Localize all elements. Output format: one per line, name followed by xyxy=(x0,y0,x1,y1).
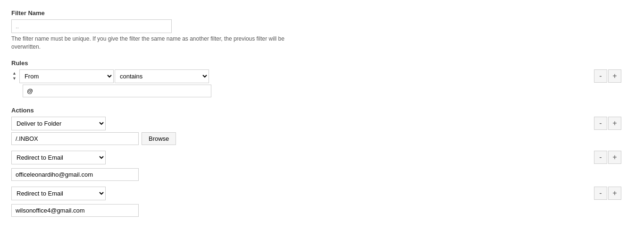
action-3-email-input[interactable] xyxy=(11,204,139,217)
arrow-down-btn[interactable]: ▼ xyxy=(11,76,17,81)
actions-label: Actions xyxy=(11,107,633,114)
rule-condition-select[interactable]: contains does not contain is is not begi… xyxy=(115,69,209,83)
arrow-up-btn[interactable]: ▲ xyxy=(11,71,17,76)
action-1-pm-group: - + xyxy=(594,117,621,130)
rule-value-input[interactable] xyxy=(23,85,211,97)
action-2-plus-btn[interactable]: + xyxy=(608,151,621,164)
rule-reorder-arrows[interactable]: ▲ ▼ xyxy=(11,71,17,81)
rules-pm-group: - + xyxy=(594,69,621,83)
action-2-pm-group: - + xyxy=(594,151,621,164)
action-2-email-row xyxy=(11,166,633,181)
action-3-plus-btn[interactable]: + xyxy=(608,187,621,200)
rules-plus-btn[interactable]: + xyxy=(608,69,621,83)
action-3-row: Deliver to Folder Redirect to Email Reje… xyxy=(11,187,633,200)
rules-label: Rules xyxy=(11,60,633,67)
rule-value-row xyxy=(23,85,633,97)
action-1-row: Deliver to Folder Redirect to Email Reje… xyxy=(11,117,633,130)
filter-name-hint: The filter name must be unique. If you g… xyxy=(11,35,313,51)
action-1-plus-btn[interactable]: + xyxy=(608,117,621,130)
rules-minus-btn[interactable]: - xyxy=(594,69,607,83)
folder-input[interactable] xyxy=(11,132,139,145)
browse-button[interactable]: Browse xyxy=(142,132,176,145)
action-1-select[interactable]: Deliver to Folder Redirect to Email Reje… xyxy=(11,117,106,130)
action-3-minus-btn[interactable]: - xyxy=(594,187,607,200)
action-3-select[interactable]: Deliver to Folder Redirect to Email Reje… xyxy=(11,187,106,200)
action-2-minus-btn[interactable]: - xyxy=(594,151,607,164)
folder-row: Browse xyxy=(11,132,633,145)
action-2-row: Deliver to Folder Redirect to Email Reje… xyxy=(11,151,633,164)
rule-field-select[interactable]: From To Subject Body Header xyxy=(19,69,114,83)
action-2-email-input[interactable] xyxy=(11,168,139,181)
filter-name-input[interactable] xyxy=(11,19,172,33)
action-3-pm-group: - + xyxy=(594,187,621,200)
action-2-select[interactable]: Deliver to Folder Redirect to Email Reje… xyxy=(11,151,106,164)
filter-name-label: Filter Name xyxy=(11,9,633,17)
action-3-email-row xyxy=(11,202,633,217)
action-1-minus-btn[interactable]: - xyxy=(594,117,607,130)
